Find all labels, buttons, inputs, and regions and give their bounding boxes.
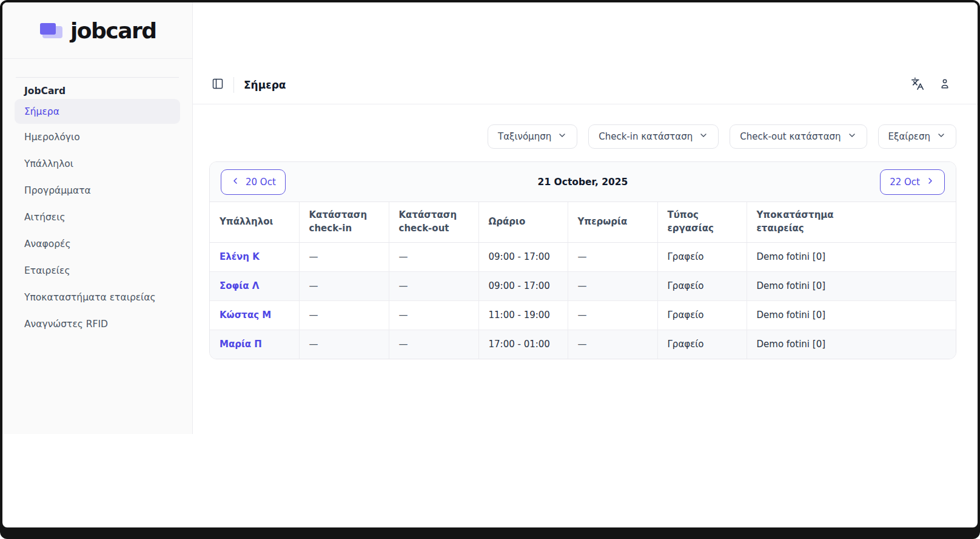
app-window: jobcard JobCard Σήμερα Ημερολόγιο Υπάλλη… — [2, 2, 978, 527]
overtime-value: — — [578, 339, 587, 350]
employee-link[interactable]: Ελένη Κ — [220, 251, 260, 262]
checkout-status-label: Check-out κατάσταση — [740, 131, 841, 142]
date-navigation: 20 Oct 21 October, 2025 22 Oct — [210, 162, 956, 202]
work-type-value: Γραφείο — [668, 310, 704, 320]
attendance-table: Υπάλληλοι Κατάσταση check-in Κατάσταση c… — [210, 202, 956, 359]
current-date-label: 21 October, 2025 — [286, 177, 880, 188]
topbar-divider — [233, 77, 234, 93]
export-dropdown-label: Εξαίρεση — [888, 131, 930, 142]
app-layout: jobcard JobCard Σήμερα Ημερολόγιο Υπάλλη… — [2, 2, 978, 434]
column-header-company-branch: Υποκατάστημα εταιρείας — [747, 202, 956, 242]
sort-dropdown[interactable]: Ταξινόμηση — [488, 124, 577, 149]
column-header-employees: Υπάλληλοι — [210, 202, 299, 242]
today-card: 20 Oct 21 October, 2025 22 Oct — [209, 161, 956, 359]
prev-day-button[interactable]: 20 Oct — [221, 169, 286, 195]
user-menu-button[interactable] — [938, 76, 952, 93]
column-header-work-type: Τύπος εργασίας — [657, 202, 747, 242]
chevron-down-icon — [847, 131, 857, 143]
sidebar-item-requests[interactable]: Αιτήσεις — [2, 204, 192, 231]
main-content: Σήμερα — [193, 2, 978, 434]
sidebar-item-company-branches[interactable]: Υποκαταστήματα εταιρείας — [2, 284, 192, 311]
overtime-value: — — [578, 310, 587, 320]
schedule-value: 09:00 - 17:00 — [489, 280, 550, 291]
checkin-status-dropdown[interactable]: Check-in κατάσταση — [588, 124, 719, 149]
checkin-status-value: — — [309, 251, 318, 262]
jobcard-logo-icon — [40, 23, 63, 38]
sidebar-item-schedules[interactable]: Προγράμματα — [2, 177, 192, 204]
checkout-status-value: — — [399, 339, 408, 350]
checkout-status-dropdown[interactable]: Check-out κατάσταση — [730, 124, 867, 149]
language-button[interactable] — [910, 76, 925, 93]
panel-left-icon — [212, 78, 224, 92]
work-type-value: Γραφείο — [668, 280, 704, 291]
topbar: Σήμερα — [193, 66, 978, 104]
sidebar-section-label: JobCard — [24, 86, 192, 97]
chevron-down-icon — [936, 131, 946, 143]
checkout-status-value: — — [399, 280, 408, 291]
overtime-value: — — [578, 251, 587, 262]
window-frame: jobcard JobCard Σήμερα Ημερολόγιο Υπάλλη… — [0, 0, 980, 539]
schedule-value: 17:00 - 01:00 — [489, 339, 550, 350]
export-dropdown[interactable]: Εξαίρεση — [878, 124, 956, 149]
next-day-label: 22 Oct — [890, 177, 920, 188]
checkout-status-value: — — [399, 251, 408, 262]
chevron-left-icon — [230, 176, 240, 188]
sidebar-item-employees[interactable]: Υπάλληλοι — [2, 151, 192, 177]
work-type-value: Γραφείο — [668, 251, 704, 262]
chevron-down-icon — [557, 131, 567, 143]
chevron-down-icon — [699, 131, 708, 143]
logo[interactable]: jobcard — [2, 2, 192, 59]
work-type-value: Γραφείο — [668, 339, 704, 350]
prev-day-label: 20 Oct — [246, 177, 276, 188]
column-header-schedule: Ωράριο — [478, 202, 568, 242]
branch-value: Demo fotini [0] — [757, 339, 826, 350]
sidebar-item-companies[interactable]: Εταιρείες — [2, 257, 192, 284]
filter-toolbar: Ταξινόμηση Check-in κατάσταση Check-out … — [209, 124, 956, 149]
languages-icon — [911, 77, 924, 92]
column-header-checkout-status: Κατάσταση check-out — [389, 202, 478, 242]
sort-dropdown-label: Ταξινόμηση — [498, 131, 551, 142]
column-header-overtime: Υπερωρία — [568, 202, 657, 242]
employee-link[interactable]: Σοφία Λ — [220, 280, 259, 291]
sidebar-item-calendar[interactable]: Ημερολόγιο — [2, 124, 192, 151]
sidebar-nav: Σήμερα Ημερολόγιο Υπάλληλοι Προγράμματα … — [2, 99, 192, 337]
topbar-actions — [910, 76, 952, 93]
overtime-value: — — [578, 280, 587, 291]
table-header-row: Υπάλληλοι Κατάσταση check-in Κατάσταση c… — [210, 202, 956, 242]
chevron-right-icon — [925, 176, 935, 188]
table-row: Σοφία Λ — — 09:00 - 17:00 — Γραφείο Demo… — [210, 271, 956, 300]
employee-link[interactable]: Κώστας Μ — [220, 310, 271, 320]
schedule-value: 09:00 - 17:00 — [489, 251, 550, 262]
table-row: Μαρία Π — — 17:00 - 01:00 — Γραφείο Demo… — [210, 330, 956, 359]
checkin-status-value: — — [309, 280, 318, 291]
column-header-checkin-status: Κατάσταση check-in — [299, 202, 389, 242]
checkin-status-value: — — [309, 310, 318, 320]
page-title: Σήμερα — [244, 79, 286, 91]
employee-link[interactable]: Μαρία Π — [220, 339, 262, 350]
user-icon — [939, 78, 951, 92]
sidebar-divider — [16, 77, 179, 78]
branch-value: Demo fotini [0] — [757, 280, 826, 291]
logo-text: jobcard — [70, 18, 156, 43]
branch-value: Demo fotini [0] — [757, 310, 826, 320]
table-row: Κώστας Μ — — 11:00 - 19:00 — Γραφείο Dem… — [210, 300, 956, 330]
sidebar-item-today[interactable]: Σήμερα — [15, 99, 180, 124]
next-day-button[interactable]: 22 Oct — [880, 169, 945, 195]
logo-front-square — [40, 23, 56, 35]
checkout-status-value: — — [399, 310, 408, 320]
table-row: Ελένη Κ — — 09:00 - 17:00 — Γραφείο Demo… — [210, 242, 956, 271]
sidebar-item-reports[interactable]: Αναφορές — [2, 231, 192, 257]
checkin-status-value: — — [309, 339, 318, 350]
sidebar: jobcard JobCard Σήμερα Ημερολόγιο Υπάλλη… — [2, 2, 193, 434]
sidebar-toggle-button[interactable] — [210, 76, 225, 93]
schedule-value: 11:00 - 19:00 — [489, 310, 550, 320]
sidebar-item-rfid-readers[interactable]: Αναγνώστες RFID — [2, 311, 192, 337]
checkin-status-label: Check-in κατάσταση — [599, 131, 693, 142]
branch-value: Demo fotini [0] — [757, 251, 826, 262]
